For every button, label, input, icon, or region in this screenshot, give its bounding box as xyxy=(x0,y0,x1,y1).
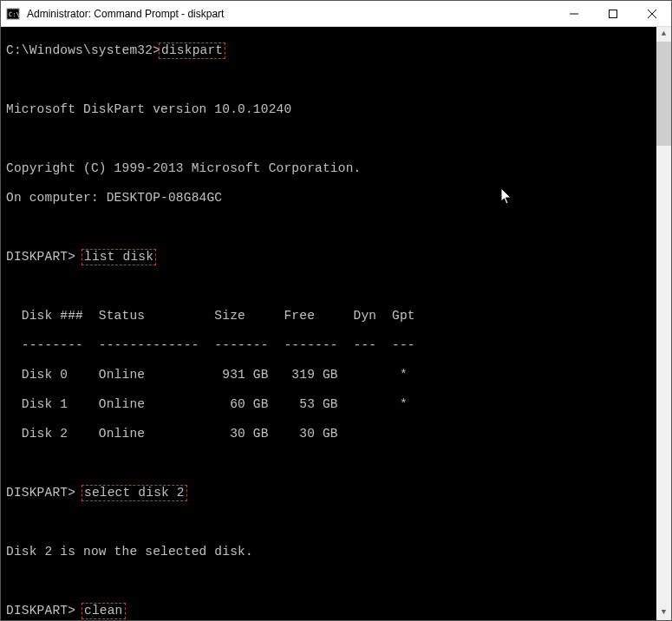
disk-table-header: Disk ### Status Size Free Dyn Gpt xyxy=(6,309,671,324)
scroll-up-icon[interactable]: ▲ xyxy=(656,27,671,42)
disk-row: Disk 1 Online 60 GB 53 GB * xyxy=(6,397,671,412)
prompt-dp: DISKPART> xyxy=(6,250,83,264)
prompt-dp: DISKPART> xyxy=(6,486,83,500)
copyright-line: Copyright (C) 1999-2013 Microsoft Corpor… xyxy=(6,161,671,176)
version-line: Microsoft DiskPart version 10.0.10240 xyxy=(6,102,671,117)
cmd-select-disk: select disk 2 xyxy=(82,485,187,501)
cmd-clean: clean xyxy=(82,603,126,619)
computer-line: On computer: DESKTOP-08G84GC xyxy=(6,191,671,206)
cmd-icon: C:\ xyxy=(6,7,20,21)
disk-row: Disk 0 Online 931 GB 319 GB * xyxy=(6,368,671,382)
svg-text:C:\: C:\ xyxy=(9,11,20,18)
msg-disk-selected: Disk 2 is now the selected disk. xyxy=(6,545,671,559)
disk-row: Disk 2 Online 30 GB 30 GB xyxy=(6,427,671,441)
window-controls xyxy=(554,1,671,26)
maximize-button[interactable] xyxy=(593,1,632,26)
terminal-output[interactable]: C:\Windows\system32>diskpart Microsoft D… xyxy=(1,27,671,620)
cmd-list-disk: list disk xyxy=(82,249,156,265)
scroll-down-icon[interactable]: ▼ xyxy=(656,605,671,620)
disk-table-sep: -------- ------------- ------- ------- -… xyxy=(6,338,671,353)
cmd-diskpart: diskpart xyxy=(159,42,225,59)
prompt-dp: DISKPART> xyxy=(6,604,83,618)
svg-rect-3 xyxy=(609,10,617,17)
scrollbar-thumb[interactable] xyxy=(656,42,671,146)
close-button[interactable] xyxy=(632,1,671,26)
titlebar: C:\ Administrator: Command Prompt - disk… xyxy=(1,1,671,27)
prompt-win: C:\Windows\system32> xyxy=(6,43,160,57)
minimize-button[interactable] xyxy=(554,1,593,26)
vertical-scrollbar[interactable]: ▲ ▼ xyxy=(656,27,671,620)
window-title: Administrator: Command Prompt - diskpart xyxy=(25,8,554,20)
